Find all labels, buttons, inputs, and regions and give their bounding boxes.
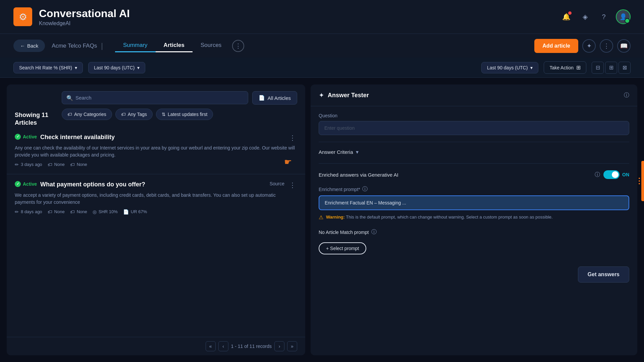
status-badge: ✓ Active bbox=[15, 181, 37, 187]
shr-filter[interactable]: Search Hit Rate % (SHR) ▾ bbox=[13, 62, 83, 73]
question-label: Question bbox=[319, 113, 629, 118]
article-tag1: 🏷 None bbox=[48, 162, 65, 167]
enriched-label: Enriched answers via Generative AI bbox=[319, 172, 591, 178]
main-content: Showing 11 Articles 🔍 📄 All Articles bbox=[0, 78, 644, 362]
side-dot bbox=[639, 180, 640, 182]
chevron-down-icon: ▾ bbox=[137, 65, 140, 70]
enrichment-prompt-select[interactable]: Enrichment Factual EN – Messaging ... bbox=[319, 195, 629, 210]
help-button[interactable]: ? bbox=[597, 10, 610, 23]
warning-box: ⚠ Warning: This is the default prompt, w… bbox=[319, 214, 629, 226]
article-title: What payment options do you offer? bbox=[40, 181, 266, 188]
breadcrumb: Acme Telco FAQs bbox=[52, 43, 97, 49]
date-filter-right[interactable]: Last 90 days (UTC) ▾ bbox=[481, 62, 538, 73]
warning-icon: ⚠ bbox=[319, 214, 323, 221]
more-options-button[interactable]: ⋮ bbox=[600, 39, 613, 53]
search-icon: 🔍 bbox=[66, 95, 73, 101]
add-article-button[interactable]: Add article bbox=[534, 39, 578, 53]
table-row: ✓ Active What payment options do you off… bbox=[7, 174, 305, 221]
article-date: ✏ 8 days ago bbox=[15, 209, 42, 215]
view-btn-2[interactable]: ⊞ bbox=[605, 62, 617, 74]
more-tabs-button[interactable]: ⋮ bbox=[232, 40, 244, 52]
side-accent bbox=[641, 161, 644, 201]
article-tag1: 🏷 None bbox=[48, 209, 65, 215]
top-nav: ⚙ Conversational AI KnowledgeAI 🔔 ◈ ? 👤 bbox=[0, 0, 644, 34]
select-prompt-button[interactable]: + Select prompt bbox=[319, 242, 366, 254]
page-next-button[interactable]: › bbox=[274, 341, 284, 351]
article-tag2: 🏷 None bbox=[70, 209, 87, 215]
enriched-toggle[interactable] bbox=[603, 170, 620, 179]
nav-tabs: Summary Articles Sources ⋮ bbox=[115, 39, 244, 52]
doc-icon: 📄 bbox=[123, 209, 129, 215]
articles-panel: Showing 11 Articles 🔍 📄 All Articles bbox=[7, 84, 305, 355]
tag-icon: 🏷 bbox=[121, 112, 126, 117]
filter-bar: Search Hit Rate % (SHR) ▾ Last 90 days (… bbox=[0, 58, 644, 78]
question-input[interactable] bbox=[319, 121, 629, 135]
layers-button[interactable]: ◈ bbox=[578, 10, 592, 23]
status-dot: ✓ bbox=[15, 134, 21, 140]
table-row: ✓ Active Check internet availability ⋮ A… bbox=[7, 127, 305, 174]
view-buttons: ⊟ ⊞ ⊠ bbox=[592, 62, 631, 74]
back-arrow-icon: ← bbox=[20, 43, 25, 49]
app-subtitle: KnowledgeAI bbox=[39, 20, 553, 26]
info-icon-nomatch[interactable]: ⓘ bbox=[371, 229, 377, 236]
article-more-button[interactable]: ⋮ bbox=[288, 181, 297, 189]
article-meta: ✏ 3 days ago 🏷 None 🏷 None bbox=[15, 162, 297, 167]
search-input[interactable] bbox=[62, 91, 248, 104]
back-button[interactable]: ← Back bbox=[13, 40, 45, 52]
info-icon-enriched[interactable]: ⓘ bbox=[595, 171, 600, 178]
answer-criteria-row[interactable]: Answer Criteria ▾ bbox=[319, 149, 629, 155]
breadcrumb-separator: | bbox=[101, 42, 103, 50]
view-btn-3[interactable]: ⊠ bbox=[619, 62, 631, 74]
article-meta: ✏ 8 days ago 🏷 None 🏷 None ◎ SHR 10% bbox=[15, 209, 297, 215]
answer-criteria-label: Answer Criteria bbox=[319, 149, 353, 155]
tag-icon: 🏷 bbox=[70, 209, 75, 215]
info-icon-prompt[interactable]: ⓘ bbox=[362, 186, 368, 193]
warning-text: Warning: This is the default prompt, whi… bbox=[326, 214, 553, 220]
all-articles-button[interactable]: 📄 All Articles bbox=[252, 91, 297, 105]
article-shr: ◎ SHR 10% bbox=[93, 209, 118, 215]
article-header: ✓ Active What payment options do you off… bbox=[15, 181, 297, 189]
categories-filter[interactable]: 🏷 Any Categories bbox=[62, 109, 112, 120]
toggle-label: ON bbox=[622, 172, 629, 177]
take-action-button[interactable]: Take Action ⊞ bbox=[544, 61, 586, 74]
article-date: ✏ 3 days ago bbox=[15, 162, 42, 167]
tab-articles[interactable]: Articles bbox=[156, 39, 193, 52]
avatar[interactable]: 👤 bbox=[616, 9, 631, 24]
article-more-button[interactable]: ⋮ bbox=[288, 134, 297, 142]
divider2 bbox=[319, 163, 629, 164]
page-last-button[interactable]: » bbox=[287, 341, 297, 351]
status-badge: ✓ Active bbox=[15, 134, 37, 140]
page-first-button[interactable]: « bbox=[206, 341, 216, 351]
wand-icon-button[interactable]: ✦ bbox=[582, 39, 596, 53]
enrichment-prompt-label: Enrichment prompt* ⓘ bbox=[319, 186, 629, 193]
tab-sources[interactable]: Sources bbox=[193, 39, 229, 52]
no-match-row: No Article Match prompt ⓘ bbox=[319, 229, 629, 236]
notifications-button[interactable]: 🔔 bbox=[559, 10, 573, 23]
tag-icon: 🏷 bbox=[48, 162, 52, 167]
date-filter-left[interactable]: Last 90 days (UTC) ▾ bbox=[88, 62, 145, 73]
source-button[interactable]: Source bbox=[270, 181, 284, 186]
tab-summary[interactable]: Summary bbox=[115, 39, 156, 52]
tags-filter[interactable]: 🏷 Any Tags bbox=[115, 109, 153, 120]
no-match-label: No Article Match prompt bbox=[319, 230, 369, 235]
pencil-icon: ✏ bbox=[15, 162, 19, 167]
chevron-down-icon: ▾ bbox=[356, 149, 359, 155]
search-wrap: 🔍 bbox=[62, 91, 248, 105]
page-info: 1 - 11 of 11 records bbox=[231, 344, 272, 349]
book-icon-button[interactable]: 📖 bbox=[617, 39, 631, 53]
enriched-row: Enriched answers via Generative AI ⓘ ON bbox=[319, 170, 629, 179]
showing-count: Showing 11 Articles bbox=[15, 111, 62, 127]
view-btn-1[interactable]: ⊟ bbox=[592, 62, 604, 74]
article-header: ✓ Active Check internet availability ⋮ bbox=[15, 134, 297, 142]
toggle-wrap: ON bbox=[603, 170, 629, 179]
info-icon[interactable]: ⓘ bbox=[624, 92, 629, 99]
sort-filter[interactable]: ⇅ Latest updates first bbox=[156, 109, 213, 120]
chart-icon: ◎ bbox=[93, 209, 97, 215]
answer-panel: ✦ Answer Tester ⓘ Question Answer Criter… bbox=[311, 84, 637, 355]
answer-panel-header: ✦ Answer Tester ⓘ bbox=[311, 84, 637, 106]
article-description: Any one can check the availability of ou… bbox=[15, 144, 297, 159]
get-answers-button[interactable]: Get answers bbox=[578, 266, 629, 283]
nav-right: Add article ✦ ⋮ 📖 bbox=[534, 39, 631, 53]
divider bbox=[319, 142, 629, 142]
page-prev-button[interactable]: ‹ bbox=[218, 341, 228, 351]
